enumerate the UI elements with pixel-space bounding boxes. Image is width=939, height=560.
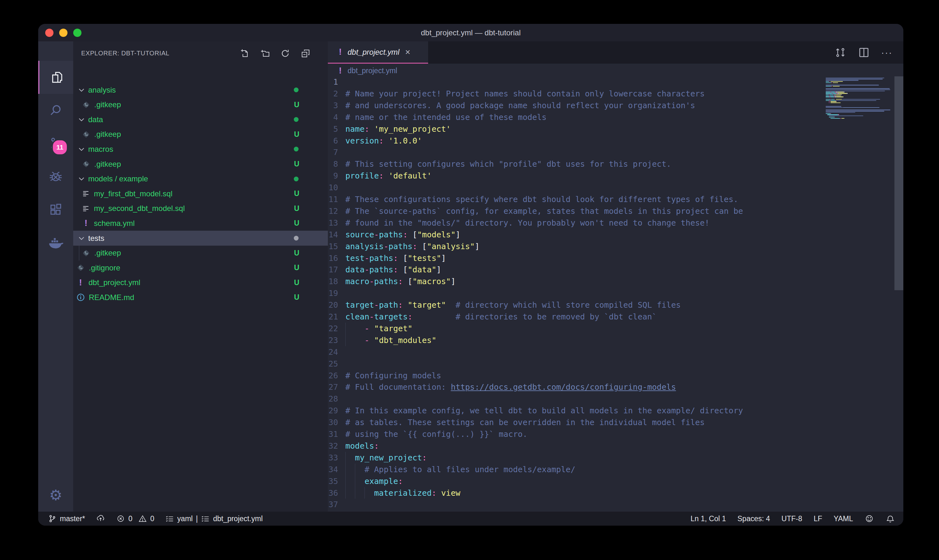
- code-line-20[interactable]: 20target-path: "target" # directory whic…: [328, 299, 681, 311]
- line-number: 1: [328, 76, 338, 88]
- code-line-3[interactable]: 3# and underscores. A good package name …: [328, 100, 695, 111]
- code-line-12[interactable]: 12# The `source-paths` config, for examp…: [328, 205, 743, 217]
- warning-count: 0: [150, 514, 154, 523]
- sync-changes-button[interactable]: [96, 514, 105, 523]
- minimap-line: [826, 115, 894, 117]
- line-number: 21: [328, 311, 338, 323]
- line-number: 28: [328, 393, 338, 405]
- code-line-18[interactable]: 18macro-paths: ["macros"]: [328, 275, 456, 287]
- minimap-line: [826, 78, 894, 78]
- code-line-30[interactable]: 30# as tables. These settings can be ove…: [328, 417, 705, 428]
- minimap-line: [826, 104, 894, 105]
- code-line-11[interactable]: 11# These configurations specify where d…: [328, 194, 738, 205]
- line-number: 36: [328, 487, 338, 499]
- minimap-line: [826, 117, 894, 118]
- line-number: 18: [328, 275, 338, 287]
- encoding-setting[interactable]: UTF-8: [782, 514, 802, 523]
- feedback-smiley-icon[interactable]: [865, 514, 874, 523]
- minimap-line: [826, 82, 894, 83]
- minimap-line: [826, 101, 894, 102]
- code-line-22[interactable]: 22 - "target": [328, 323, 413, 334]
- code-line-23[interactable]: 23 - "dbt_modules": [328, 334, 436, 346]
- line-number: 30: [328, 417, 338, 428]
- code-line-1[interactable]: 1: [328, 76, 345, 88]
- code-line-9[interactable]: 9profile: 'default': [328, 170, 432, 182]
- code-line-28[interactable]: 28: [328, 393, 345, 405]
- minimap[interactable]: [826, 76, 894, 127]
- language-mode[interactable]: YAML: [834, 514, 853, 523]
- problems-status[interactable]: 0 0: [116, 514, 154, 523]
- code-line-14[interactable]: 14source-paths: ["models"]: [328, 229, 460, 240]
- line-number: 34: [328, 464, 338, 475]
- minimap-line: [826, 89, 894, 90]
- code-line-26[interactable]: 26# Configuring models: [328, 370, 441, 382]
- line-number: 20: [328, 299, 338, 311]
- editor-scrollbar-thumb[interactable]: [894, 76, 904, 290]
- code-line-15[interactable]: 15analysis-paths: ["analysis"]: [328, 240, 480, 252]
- separator: |: [196, 514, 198, 523]
- line-number: 37: [328, 498, 338, 510]
- code-line-35[interactable]: 35 example:: [328, 475, 403, 487]
- yaml-lint-status[interactable]: yaml | dbt_project.yml: [165, 514, 263, 523]
- code-line-6[interactable]: 6version: '1.0.0': [328, 135, 422, 147]
- cursor-position[interactable]: Ln 1, Col 1: [691, 514, 726, 523]
- minimap-line: [826, 109, 894, 111]
- minimap-line: [826, 119, 894, 120]
- minimap-line: [826, 113, 894, 114]
- code-line-24[interactable]: 24: [328, 346, 345, 358]
- code-line-34[interactable]: 34 # Applies to all files under models/e…: [328, 464, 575, 475]
- code-line-29[interactable]: 29# In this example config, we tell dbt …: [328, 405, 743, 417]
- code-line-10[interactable]: 10: [328, 182, 345, 194]
- minimap-line: [826, 81, 894, 82]
- code-line-16[interactable]: 16test-paths: ["tests"]: [328, 252, 446, 264]
- code-line-13[interactable]: 13# found in the "models/" directory. Yo…: [328, 217, 710, 229]
- code-line-37[interactable]: 37: [328, 498, 345, 510]
- status-bar: master* 0 0 yaml |: [38, 512, 904, 526]
- minimap-line: [826, 111, 894, 112]
- code-line-27[interactable]: 27# Full documentation: https://docs.get…: [328, 381, 676, 393]
- code-line-36[interactable]: 36 materialized: view: [328, 487, 460, 499]
- code-line-19[interactable]: 19: [328, 287, 345, 299]
- code-line-5[interactable]: 5name: 'my_new_project': [328, 123, 451, 135]
- code-line-7[interactable]: 7: [328, 146, 345, 158]
- minimap-line: [826, 112, 894, 113]
- code-line-4[interactable]: 4# name or the intended use of these mod…: [328, 111, 546, 123]
- line-number: 32: [328, 440, 338, 452]
- line-number: 7: [328, 146, 338, 158]
- minimap-line: [826, 76, 894, 77]
- line-number: 4: [328, 111, 338, 123]
- code-line-32[interactable]: 32models:: [328, 440, 379, 452]
- minimap-line: [826, 106, 894, 107]
- code-line-2[interactable]: 2# Name your project! Project names shou…: [328, 88, 705, 100]
- line-number: 19: [328, 287, 338, 299]
- minimap-line: [826, 93, 894, 94]
- line-number: 33: [328, 452, 338, 464]
- code-line-33[interactable]: 33 my_new_project:: [328, 452, 427, 464]
- line-number: 14: [328, 229, 338, 240]
- minimap-line: [826, 95, 894, 96]
- line-number: 10: [328, 182, 338, 194]
- code-line-17[interactable]: 17data-paths: ["data"]: [328, 264, 441, 275]
- branch-name: master*: [60, 514, 85, 523]
- minimap-line: [826, 88, 894, 89]
- minimap-line: [826, 109, 894, 109]
- notifications-bell-icon[interactable]: [885, 514, 895, 523]
- git-branch-status[interactable]: master*: [48, 514, 85, 523]
- line-number: 23: [328, 334, 338, 346]
- code-line-21[interactable]: 21clean-targets: # directories to be rem…: [328, 311, 657, 323]
- minimap-line: [826, 118, 894, 119]
- line-number: 26: [328, 370, 338, 382]
- vscode-window: dbt_project.yml — dbt-tutorial: [38, 24, 904, 526]
- minimap-line: [826, 80, 894, 81]
- eol-setting[interactable]: LF: [814, 514, 822, 523]
- code-editor[interactable]: 12# Name your project! Project names sho…: [38, 24, 904, 512]
- line-number: 27: [328, 381, 338, 393]
- code-line-31[interactable]: 31# using the `{{ config(...) }}` macro.: [328, 428, 527, 440]
- line-number: 6: [328, 135, 338, 147]
- minimap-line: [826, 98, 894, 98]
- code-line-8[interactable]: 8# This setting configures which "profil…: [328, 158, 671, 170]
- minimap-line: [826, 107, 894, 108]
- indentation-setting[interactable]: Spaces: 4: [737, 514, 770, 523]
- line-number: 35: [328, 475, 338, 487]
- code-line-25[interactable]: 25: [328, 358, 345, 370]
